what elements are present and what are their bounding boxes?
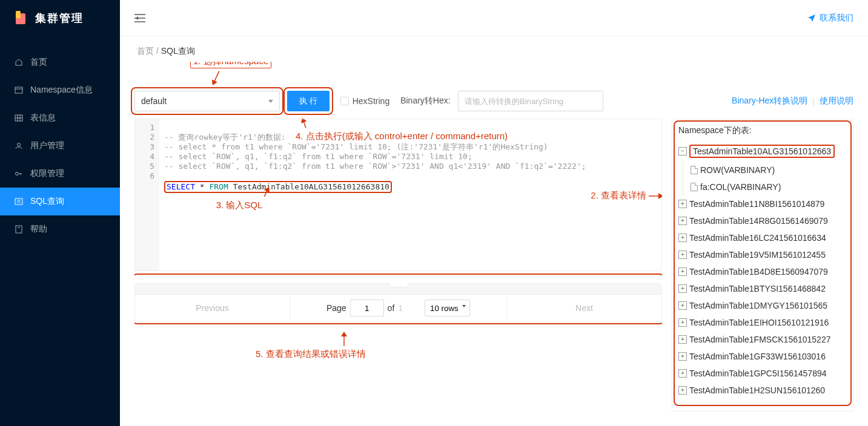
expand-icon[interactable]: + <box>678 251 687 259</box>
namespace-icon <box>15 86 23 94</box>
tree-table-item[interactable]: +TestAdminTable11N8BI1561014879 <box>678 195 847 212</box>
expand-icon[interactable]: + <box>678 318 687 327</box>
tree-table-item[interactable]: +TestAdminTable1B4D8E1560947079 <box>678 263 847 280</box>
nav-home[interactable]: 首页 <box>0 48 120 76</box>
tree-table-label: TestAdminTable1GPC5I1561457894 <box>689 369 827 378</box>
main: 联系我们 首页 / SQL查询 1. 选择namespace default <box>120 0 868 426</box>
editor-code[interactable]: -- 查询rowkey等于'r1'的数据: -- select * from t… <box>159 119 661 270</box>
nav-users[interactable]: 用户管理 <box>0 132 120 160</box>
tree-title: Namespace下的表: <box>678 125 847 136</box>
logo-area: 集群管理 <box>0 0 120 36</box>
highlight-execute <box>283 87 333 115</box>
tree-selected-label: TestAdminTable10ALG31561012663 <box>689 145 835 158</box>
expand-icon[interactable]: + <box>678 284 687 293</box>
tree-table-label: TestAdminTable16LC241561016634 <box>689 233 826 243</box>
svg-line-18 <box>214 71 219 82</box>
nav-label: 权限管理 <box>30 168 64 179</box>
tree-table-item[interactable]: +TestAdminTable1H2SUN156101260 <box>678 382 847 399</box>
tree-column-row[interactable]: ROW(VARBINARY) <box>691 162 847 179</box>
binary-input[interactable] <box>458 91 603 111</box>
nav: 首页 Namespace信息 表信息 用户管理 权限管理 SQL查询 <box>0 36 120 243</box>
expand-icon[interactable]: + <box>678 234 687 242</box>
contact-label: 联系我们 <box>820 13 853 24</box>
highlight-results <box>134 274 662 324</box>
expand-icon[interactable]: + <box>678 301 687 310</box>
link-usage[interactable]: 使用说明 <box>820 96 853 106</box>
tree-table-label: TestAdminTable1EIHOI15610121916 <box>689 318 829 327</box>
contact-link[interactable]: 联系我们 <box>807 13 853 24</box>
tree-table-label: TestAdminTable1GF33W156103016 <box>689 352 826 361</box>
tree-table-item[interactable]: +TestAdminTable16LC241561016634 <box>678 229 847 246</box>
nav-label: SQL查询 <box>30 196 64 207</box>
file-icon <box>691 183 698 191</box>
results-drag-handle[interactable] <box>135 284 661 295</box>
nav-label: 首页 <box>30 57 47 68</box>
expand-icon[interactable]: + <box>678 335 687 344</box>
tree-table-item[interactable]: +TestAdminTable1GPC5I1561457894 <box>678 365 847 382</box>
nav-label: Namespace信息 <box>30 85 93 96</box>
pager-rows-select[interactable]: 10 rows <box>425 300 470 316</box>
expand-icon[interactable]: + <box>678 369 687 378</box>
nav-namespace[interactable]: Namespace信息 <box>0 76 120 104</box>
tree-table-label: TestAdminTable1DMYGY156101565 <box>689 301 827 310</box>
tree-table-label: TestAdminTable11N8BI1561014879 <box>689 199 824 209</box>
svg-rect-13 <box>16 226 22 233</box>
tree-table-label: TestAdminTable19V5IM1561012455 <box>689 250 826 260</box>
tree-column-facol[interactable]: fa:COL(VARBINARY) <box>691 179 847 195</box>
tree-table-item[interactable]: +TestAdminTable1FMSCK1561015227 <box>678 331 847 348</box>
logo-icon <box>12 10 29 27</box>
tree-table-label: TestAdminTable1B4D8E1560947079 <box>689 267 828 277</box>
nav-permissions[interactable]: 权限管理 <box>0 160 120 188</box>
svg-rect-0 <box>15 87 22 93</box>
topbar: 联系我们 <box>120 0 868 36</box>
tree-table-label: TestAdminTable1FMSCK1561015227 <box>689 335 830 344</box>
tree-table-expanded[interactable]: − TestAdminTable10ALG31561012663 <box>678 141 847 162</box>
menu-toggle-icon[interactable] <box>134 13 145 23</box>
nav-table[interactable]: 表信息 <box>0 104 120 132</box>
tree-table-label: TestAdminTable14R8G01561469079 <box>689 216 828 226</box>
svg-rect-10 <box>15 198 22 205</box>
tree-child-label: fa:COL(VARBINARY) <box>700 182 781 192</box>
tree-child-label: ROW(VARBINARY) <box>700 165 775 175</box>
editor-gutter: 123456 <box>135 119 159 270</box>
hexstring-label: HexString <box>353 96 389 106</box>
nav-label: 用户管理 <box>30 140 64 151</box>
nav-label: 表信息 <box>30 113 56 123</box>
namespace-select[interactable]: default <box>134 91 280 111</box>
file-icon <box>691 166 698 174</box>
expand-icon[interactable]: + <box>678 267 687 276</box>
sidebar: 集群管理 首页 Namespace信息 表信息 用户管理 权限管理 <box>0 0 120 426</box>
link-binary-hex-desc[interactable]: Binary-Hex转换说明 <box>732 96 807 106</box>
tree-table-item[interactable]: +TestAdminTable1DMYGY156101565 <box>678 297 847 314</box>
breadcrumb: 首页 / SQL查询 <box>120 36 868 62</box>
nav-sql[interactable]: SQL查询 <box>0 188 120 215</box>
tree-table-item[interactable]: +TestAdminTable19V5IM1561012455 <box>678 246 847 263</box>
annotation-1: 1. 选择namespace <box>190 62 271 68</box>
expand-icon[interactable]: + <box>678 352 687 361</box>
namespace-value: default <box>141 96 167 106</box>
expand-icon[interactable]: + <box>678 200 687 208</box>
send-icon <box>807 14 816 22</box>
tree-table-item[interactable]: +TestAdminTable1EIHOI15610121916 <box>678 314 847 331</box>
home-icon <box>15 58 23 67</box>
breadcrumb-home[interactable]: 首页 <box>137 46 154 56</box>
help-icon <box>15 225 23 234</box>
tree-table-label: TestAdminTable1H2SUN156101260 <box>689 385 825 395</box>
user-icon <box>15 142 23 150</box>
hexstring-checkbox[interactable] <box>340 97 349 105</box>
app-title: 集群管理 <box>35 11 84 25</box>
key-icon <box>15 169 23 178</box>
collapse-icon[interactable]: − <box>678 147 687 156</box>
expand-icon[interactable]: + <box>678 386 687 395</box>
tree-table-item[interactable]: +TestAdminTable1GF33W156103016 <box>678 348 847 365</box>
table-icon <box>15 114 23 122</box>
breadcrumb-current: SQL查询 <box>161 46 195 56</box>
annotation-arrow-1 <box>208 69 224 88</box>
nav-label: 帮助 <box>30 224 47 235</box>
nav-help[interactable]: 帮助 <box>0 215 120 243</box>
expand-icon[interactable]: + <box>678 217 687 225</box>
sql-editor[interactable]: 123456 -- 查询rowkey等于'r1'的数据: -- select *… <box>134 119 662 271</box>
tree-table-item[interactable]: +TestAdminTable1BTYSI1561468842 <box>678 280 847 297</box>
tree-table-label: TestAdminTable1BTYSI1561468842 <box>689 284 826 293</box>
tree-table-item[interactable]: +TestAdminTable14R8G01561469079 <box>678 212 847 229</box>
